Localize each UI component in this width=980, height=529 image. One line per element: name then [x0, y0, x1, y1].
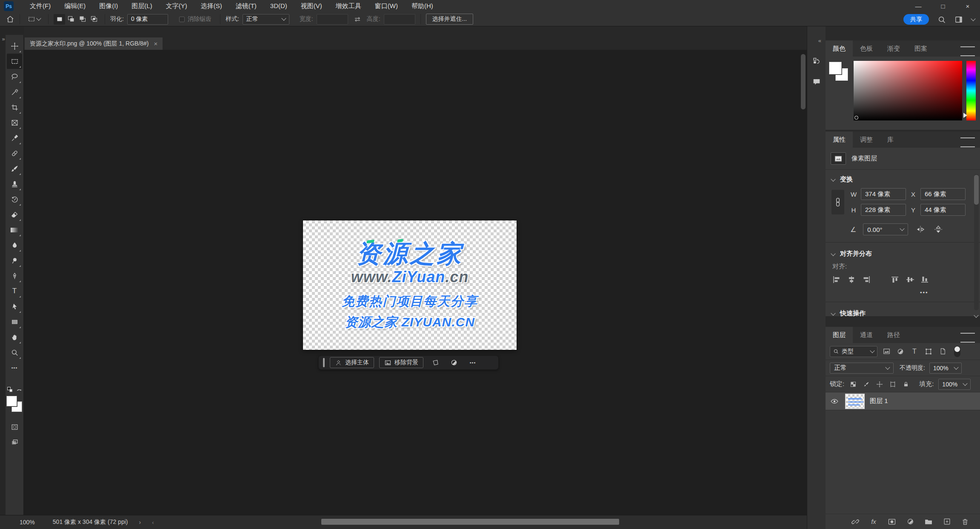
flip-vertical-icon[interactable] [933, 225, 944, 234]
antialias-checkbox[interactable] [179, 17, 185, 22]
gradient-tool[interactable] [7, 222, 22, 237]
clone-stamp-tool[interactable] [7, 176, 22, 192]
width-input[interactable] [317, 14, 348, 25]
dodge-tool[interactable] [7, 253, 22, 268]
tab-gradients[interactable]: 渐变 [880, 40, 907, 57]
history-panel-icon[interactable] [809, 54, 824, 69]
menu-edit[interactable]: 编辑(E) [57, 0, 92, 12]
intersect-selection-mode-button[interactable] [88, 14, 100, 25]
current-tool-preset[interactable] [25, 14, 43, 24]
close-button[interactable]: × [955, 0, 980, 12]
menu-select[interactable]: 选择(S) [194, 0, 229, 12]
document-canvas[interactable]: 资源之家 www.ZiYuan.cn 免费热门项目每天分享 资源之家 ZIYUA… [303, 220, 517, 350]
transform-section-header[interactable]: 变换 [826, 170, 980, 187]
angle-input[interactable]: 0.00° [863, 223, 908, 235]
panel-menu-icon[interactable] [960, 137, 975, 147]
flip-horizontal-icon[interactable] [915, 225, 926, 234]
quick-actions-header[interactable]: 快速操作 [826, 304, 980, 321]
menu-view[interactable]: 视图(V) [294, 0, 329, 12]
tab-adjustments[interactable]: 调整 [853, 132, 880, 148]
adjustments-icon[interactable] [447, 357, 461, 368]
tab-color[interactable]: 颜色 [826, 40, 853, 57]
menu-filter[interactable]: 滤镜(T) [229, 0, 263, 12]
layer-row[interactable]: 图层 1 [826, 392, 980, 410]
filter-smart-objects-icon[interactable] [937, 346, 948, 357]
link-layers-icon[interactable] [850, 517, 861, 527]
status-flyout-icon[interactable]: › [139, 519, 141, 526]
zoom-tool[interactable] [7, 345, 22, 360]
blur-tool[interactable] [7, 237, 22, 253]
tab-libraries[interactable]: 库 [880, 132, 901, 148]
minimize-button[interactable]: — [906, 0, 931, 12]
color-picker-ring[interactable] [854, 116, 858, 120]
align-right-icon[interactable] [862, 276, 871, 283]
new-adjustment-layer-icon[interactable] [905, 517, 916, 527]
align-more-button[interactable]: ••• [826, 284, 980, 300]
crop-tool[interactable] [7, 100, 22, 115]
width-value-input[interactable]: 374 像素 [861, 188, 906, 200]
tab-channels[interactable]: 通道 [853, 327, 880, 343]
filter-type-dropdown[interactable]: 类型 [830, 346, 877, 357]
taskbar-drag-handle[interactable] [323, 358, 325, 367]
edit-toolbar-button[interactable]: ••• [7, 360, 22, 375]
filter-pixel-layers-icon[interactable] [881, 346, 891, 357]
height-value-input[interactable]: 228 像素 [861, 204, 906, 216]
delete-layer-trash-icon[interactable] [960, 517, 971, 527]
new-selection-mode-button[interactable] [54, 14, 65, 25]
color-swatches[interactable] [829, 61, 849, 86]
share-button[interactable]: 共享 [903, 14, 929, 25]
link-dimensions-icon[interactable] [831, 190, 844, 214]
pen-tool[interactable] [7, 268, 22, 283]
add-layer-mask-icon[interactable] [886, 517, 897, 527]
menu-layer[interactable]: 图层(L) [125, 0, 159, 12]
filter-adjustment-layers-icon[interactable] [895, 346, 906, 357]
saturation-brightness-field[interactable] [854, 61, 962, 120]
scroll-left-arrow-icon[interactable]: ‹ [152, 519, 154, 526]
hue-slider-pointer[interactable] [963, 113, 967, 118]
tab-paths[interactable]: 路径 [880, 327, 907, 343]
panel-menu-icon[interactable] [960, 46, 975, 56]
chevron-down-icon[interactable] [971, 16, 975, 21]
align-left-icon[interactable] [832, 276, 841, 283]
filter-toggle-switch[interactable] [954, 346, 960, 357]
layer-style-fx-icon[interactable]: fx [868, 517, 879, 527]
history-brush-tool[interactable] [7, 192, 22, 207]
filter-shape-layers-icon[interactable] [923, 346, 934, 357]
blend-mode-dropdown[interactable]: 正常 [830, 363, 894, 374]
new-layer-icon[interactable] [941, 517, 952, 527]
comments-panel-icon[interactable] [809, 74, 824, 89]
select-and-mask-button[interactable]: 选择并遮住... [426, 14, 474, 25]
panel-menu-icon[interactable] [960, 333, 975, 343]
frame-tool[interactable] [7, 115, 22, 130]
add-selection-mode-button[interactable] [65, 14, 77, 25]
tab-layers[interactable]: 图层 [826, 327, 853, 343]
menu-3d[interactable]: 3D(D) [263, 0, 294, 12]
lock-image-pixels-icon[interactable] [862, 380, 871, 389]
height-input[interactable] [384, 14, 415, 25]
style-dropdown[interactable]: 正常 [243, 14, 289, 25]
align-bottom-icon[interactable] [921, 276, 929, 283]
search-icon[interactable] [937, 15, 946, 24]
horizontal-scrollbar-thumb[interactable] [321, 519, 619, 525]
menu-help[interactable]: 帮助(H) [405, 0, 440, 12]
opacity-input[interactable]: 100% [929, 363, 962, 374]
hand-tool[interactable] [7, 329, 22, 345]
home-icon[interactable] [6, 15, 14, 23]
healing-brush-tool[interactable] [7, 146, 22, 161]
align-vertical-center-icon[interactable] [906, 276, 914, 283]
align-section-header[interactable]: 对齐并分布 [826, 244, 980, 262]
tab-properties[interactable]: 属性 [826, 132, 853, 148]
menu-type[interactable]: 文字(Y) [159, 0, 194, 12]
scrollbar-thumb[interactable] [801, 54, 806, 109]
screen-mode-button[interactable] [7, 435, 22, 450]
document-tab[interactable]: 资源之家水印.png @ 100% (图层 1, RGB/8#) × [25, 37, 163, 50]
tab-patterns[interactable]: 图案 [907, 40, 934, 57]
vertical-scrollbar[interactable] [801, 52, 806, 510]
lock-position-icon[interactable] [875, 380, 884, 389]
hue-strip[interactable] [966, 61, 976, 120]
properties-scrollbar[interactable] [974, 174, 979, 310]
taskbar-more-icon[interactable]: ••• [466, 357, 480, 368]
fill-input[interactable]: 100% [938, 379, 971, 390]
menu-file[interactable]: 文件(F) [23, 0, 57, 12]
layer-thumbnail[interactable] [845, 394, 865, 409]
